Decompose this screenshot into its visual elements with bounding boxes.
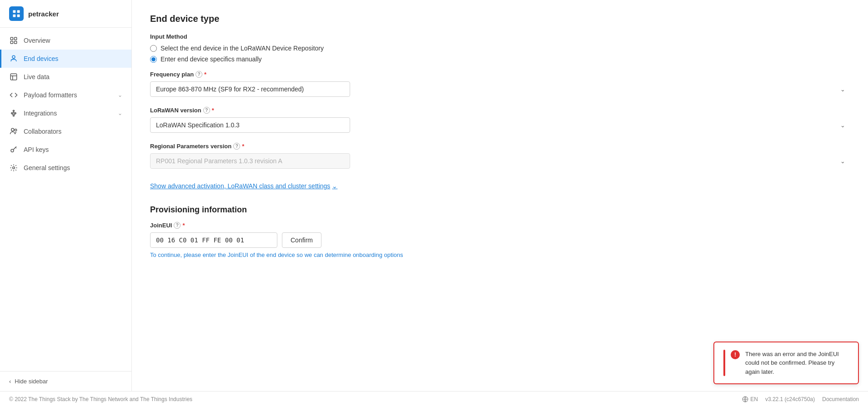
svg-rect-6: [10, 41, 13, 44]
error-icon: !: [731, 350, 740, 359]
sidebar-item-label-overview: Overview: [24, 37, 122, 44]
api-keys-icon: [9, 145, 18, 154]
regional-params-label: Regional Parameters version ? *: [150, 143, 850, 150]
joineui-required: *: [182, 222, 185, 229]
provisioning-title: Provisioning information: [150, 205, 850, 215]
sidebar-nav: Overview End devices Live data: [0, 28, 131, 371]
integrations-icon: [9, 109, 18, 118]
svg-point-27: [13, 167, 15, 169]
chevron-left-icon: ‹: [9, 378, 11, 385]
regional-params-required: *: [242, 143, 244, 150]
sidebar-item-overview[interactable]: Overview: [0, 31, 131, 50]
error-toast: ! There was an error and the JoinEUI cou…: [713, 342, 859, 385]
chevron-down-icon-integrations: ⌄: [118, 110, 122, 116]
collaborators-icon: [9, 127, 18, 136]
svg-point-8: [12, 55, 15, 58]
svg-rect-1: [17, 10, 20, 13]
svg-rect-0: [13, 10, 16, 13]
sidebar-item-api-keys[interactable]: API keys: [0, 141, 131, 159]
payload-icon: [9, 90, 18, 100]
chevron-down-icon: ⌄: [118, 92, 122, 98]
chevron-down-icon-freq: ⌄: [840, 86, 845, 93]
lorawan-version-select[interactable]: LoRaWAN Specification 1.0.3: [150, 117, 350, 133]
sidebar-item-payload-formatters[interactable]: Payload formatters ⌄: [0, 86, 131, 104]
globe-icon: [742, 396, 748, 402]
svg-rect-5: [15, 37, 17, 40]
frequency-plan-info-icon[interactable]: ?: [196, 71, 202, 78]
sidebar-item-label-api-keys: API keys: [24, 146, 122, 153]
joineui-input-row: Confirm: [150, 232, 850, 248]
chevron-down-icon-lorawan: ⌄: [840, 122, 845, 129]
advanced-link[interactable]: Show advanced activation, LoRaWAN class …: [150, 182, 337, 190]
svg-point-24: [11, 149, 14, 152]
regional-params-info-icon[interactable]: ?: [233, 143, 240, 150]
logo-icon: [12, 9, 21, 18]
sidebar-item-live-data[interactable]: Live data: [0, 68, 131, 86]
settings-icon: [9, 163, 18, 172]
confirm-button[interactable]: Confirm: [282, 232, 321, 248]
svg-point-22: [11, 128, 14, 131]
joineui-input[interactable]: [150, 232, 277, 248]
svg-rect-2: [13, 15, 16, 17]
radio-manual[interactable]: Enter end device specifics manually: [150, 55, 850, 63]
frequency-plan-group: Frequency plan ? * Europe 863-870 MHz (S…: [150, 71, 850, 97]
sidebar-item-label-live-data: Live data: [24, 73, 122, 80]
chevron-down-icon-advanced: ⌄: [332, 182, 337, 190]
input-method-label: Input Method: [150, 33, 850, 40]
lorawan-version-info-icon[interactable]: ?: [203, 107, 210, 114]
app-name: petracker: [28, 10, 59, 18]
joineui-info-icon[interactable]: ?: [174, 222, 181, 229]
footer-version: v3.22.1 (c24c6750a): [765, 396, 815, 402]
sidebar-item-label-payload: Payload formatters: [24, 91, 112, 99]
end-devices-icon: [9, 54, 18, 63]
sidebar-item-end-devices[interactable]: End devices: [0, 50, 131, 68]
footer-language[interactable]: EN: [742, 396, 758, 402]
sidebar: petracker Overview End devices: [0, 0, 132, 391]
svg-rect-10: [10, 74, 17, 80]
svg-rect-7: [15, 41, 17, 44]
radio-manual-input[interactable]: [150, 56, 157, 63]
grid-icon: [9, 36, 18, 45]
page-title: End device type: [150, 14, 850, 24]
svg-point-23: [15, 129, 17, 131]
error-message: There was an error and the JoinEUI could…: [745, 350, 849, 377]
joineui-group: JoinEUI ? * Confirm To continue, please …: [150, 222, 850, 258]
regional-params-select[interactable]: RP001 Regional Parameters 1.0.3 revision…: [150, 153, 350, 169]
sidebar-item-collaborators[interactable]: Collaborators: [0, 122, 131, 141]
sidebar-item-label-integrations: Integrations: [24, 110, 112, 117]
regional-params-select-wrapper: RP001 Regional Parameters 1.0.3 revision…: [150, 153, 850, 169]
svg-line-20: [12, 114, 14, 115]
hide-sidebar-button[interactable]: ‹ Hide sidebar: [0, 371, 131, 391]
footer-right: EN v3.22.1 (c24c6750a) Documentation: [742, 396, 859, 402]
radio-repository[interactable]: Select the end device in the LoRaWAN Dev…: [150, 45, 850, 52]
app-footer: © 2022 The Things Stack by The Things Ne…: [0, 391, 868, 407]
radio-repository-label: Select the end device in the LoRaWAN Dev…: [161, 45, 324, 52]
sidebar-item-label-settings: General settings: [24, 164, 122, 171]
svg-rect-4: [10, 37, 13, 40]
frequency-plan-select[interactable]: Europe 863-870 MHz (SF9 for RX2 - recomm…: [150, 81, 350, 97]
svg-line-21: [14, 114, 15, 115]
svg-line-26: [16, 148, 17, 149]
live-data-icon: [9, 72, 18, 81]
radio-repository-input[interactable]: [150, 45, 157, 52]
footer-docs-link[interactable]: Documentation: [822, 396, 859, 402]
lorawan-version-select-wrapper: LoRaWAN Specification 1.0.3 ⌄: [150, 117, 850, 133]
hide-sidebar-label: Hide sidebar: [15, 378, 48, 385]
lorawan-version-group: LoRaWAN version ? * LoRaWAN Specificatio…: [150, 107, 850, 133]
app-logo: [9, 6, 24, 21]
frequency-plan-label: Frequency plan ? *: [150, 71, 850, 78]
footer-copyright: © 2022 The Things Stack by The Things Ne…: [9, 396, 192, 402]
sidebar-item-label-end-devices: End devices: [24, 55, 122, 62]
sidebar-header: petracker: [0, 0, 131, 28]
frequency-plan-select-wrapper: Europe 863-870 MHz (SF9 for RX2 - recomm…: [150, 81, 850, 97]
sidebar-item-label-collaborators: Collaborators: [24, 128, 122, 135]
svg-point-19: [13, 115, 15, 116]
regional-params-group: Regional Parameters version ? * RP001 Re…: [150, 143, 850, 169]
sidebar-item-general-settings[interactable]: General settings: [0, 159, 131, 177]
chevron-down-icon-regional: ⌄: [840, 158, 845, 165]
joineui-helper-text: To continue, please enter the JoinEUI of…: [150, 251, 850, 258]
sidebar-item-integrations[interactable]: Integrations ⌄: [0, 104, 131, 122]
input-method-group: Input Method Select the end device in th…: [150, 33, 850, 63]
lorawan-version-label: LoRaWAN version ? *: [150, 107, 850, 114]
svg-point-18: [15, 113, 16, 114]
